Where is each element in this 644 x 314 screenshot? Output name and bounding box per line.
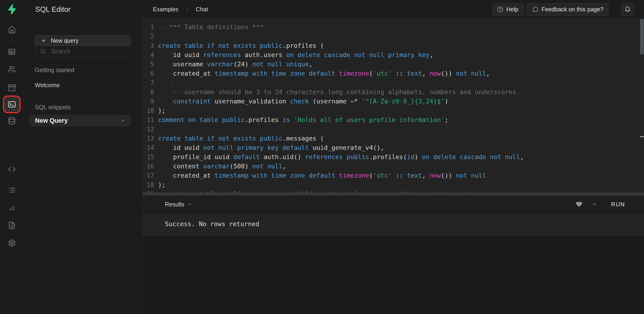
sidebar-item-welcome[interactable]: Welcome <box>35 82 60 89</box>
code-line: 4 id uuid references auth.users on delet… <box>142 50 644 60</box>
sidebar-item-new-query[interactable]: New Query <box>30 115 131 126</box>
code-line: 18); <box>142 180 644 190</box>
results-dropdown[interactable]: Results <box>165 201 192 208</box>
section-sql-snippets: SQL snippets <box>35 104 71 111</box>
help-circle-icon <box>497 6 504 12</box>
main-area: 1-- *** Table definitions ***23create ta… <box>142 19 644 314</box>
nav-home-icon[interactable] <box>8 26 16 34</box>
snippet-name: New Query <box>35 117 68 124</box>
line-number: 12 <box>142 124 154 134</box>
line-number: 15 <box>142 152 154 162</box>
line-number: 2 <box>142 32 154 41</box>
search-box <box>34 46 131 57</box>
chevron-down-icon <box>188 202 192 207</box>
nav-settings-gear-icon[interactable] <box>8 239 16 247</box>
code-line: 6 created_at timestamp with time zone de… <box>142 69 644 78</box>
line-number: 10 <box>142 106 154 115</box>
nav-auth-users-icon[interactable] <box>8 66 16 73</box>
nav-logs-list-icon[interactable] <box>8 186 16 194</box>
search-input[interactable] <box>51 48 129 55</box>
code-line: 15 profile_id uuid default auth.uid() re… <box>142 152 644 162</box>
results-bar: Results RUN <box>142 196 644 213</box>
sidebar-rail <box>0 0 24 314</box>
code-line: 7 <box>142 78 644 88</box>
rail-divider <box>3 180 21 180</box>
code-line: 17 created_at timestamp with time zone d… <box>142 171 644 180</box>
queries-sidebar: New query Getting started Welcome SQL sn… <box>24 19 142 314</box>
line-number: 16 <box>142 162 154 171</box>
code-line: 2 <box>142 32 644 41</box>
line-number: 9 <box>142 97 154 106</box>
line-number: 19 <box>142 190 154 192</box>
top-header: SQL Editor Examples / Chat Help Feedback… <box>24 0 644 19</box>
nav-database-icon[interactable] <box>8 117 16 125</box>
bell-icon <box>624 6 631 12</box>
feedback-label: Feedback on this page? <box>542 6 604 13</box>
code-line: 9 constraint username_validation check (… <box>142 97 644 106</box>
nav-api-code-icon[interactable] <box>8 165 16 173</box>
results-output: Success. No rows returned <box>142 213 644 237</box>
terminal-icon <box>8 100 16 108</box>
line-number: 17 <box>142 171 154 180</box>
nav-storage-icon[interactable] <box>8 84 16 92</box>
code-line: 14 id uuid not null primary key default … <box>142 143 644 152</box>
breadcrumb-chat[interactable]: Chat <box>196 6 208 13</box>
notifications-button[interactable] <box>621 3 634 16</box>
line-number: 8 <box>142 88 154 97</box>
code-line: 3create table if not exists public.profi… <box>142 41 644 50</box>
code-line: 5 username varchar(24) not null unique, <box>142 60 644 69</box>
chevron-down-icon <box>592 202 597 207</box>
code-line: 12 <box>142 124 644 134</box>
favorite-button[interactable] <box>576 201 582 208</box>
new-query-button[interactable]: New query <box>34 35 131 46</box>
breadcrumb-separator: / <box>186 6 188 13</box>
chevron-down-icon <box>120 118 126 123</box>
line-number: 6 <box>142 69 154 78</box>
code-line: 16 content varchar(500) not null, <box>142 162 644 171</box>
nav-sql-editor-active[interactable] <box>4 97 19 112</box>
code-lines: 1-- *** Table definitions ***23create ta… <box>142 19 644 192</box>
run-options-button[interactable] <box>592 202 597 207</box>
results-label: Results <box>165 201 184 208</box>
breadcrumb: Examples / Chat <box>153 6 208 13</box>
heart-icon <box>576 201 582 208</box>
line-number: 5 <box>142 60 154 69</box>
run-button[interactable]: RUN <box>611 201 625 208</box>
code-line: 11comment on table public.profiles is 'H… <box>142 115 644 124</box>
line-number: 1 <box>142 22 154 32</box>
page-title: SQL Editor <box>35 5 70 14</box>
nav-table-editor-icon[interactable] <box>8 48 16 56</box>
section-getting-started: Getting started <box>35 66 74 74</box>
vertical-scrollbar[interactable] <box>640 19 644 54</box>
feedback-button[interactable]: Feedback on this page? <box>527 3 609 16</box>
line-number: 18 <box>142 180 154 190</box>
code-line: 1-- *** Table definitions *** <box>142 22 644 32</box>
line-number: 7 <box>142 78 154 88</box>
line-number: 4 <box>142 50 154 60</box>
scrollbar-marker <box>640 136 644 137</box>
line-number: 14 <box>142 143 154 152</box>
panel-divider <box>142 0 142 314</box>
code-line: 8 -- username should be 3 to 24 characte… <box>142 88 644 97</box>
breadcrumb-examples[interactable]: Examples <box>153 6 178 13</box>
rail-divider <box>3 41 21 42</box>
sql-editor[interactable]: 1-- *** Table definitions ***23create ta… <box>142 19 644 192</box>
code-line: 19comment on table public.messages is 'H… <box>142 190 644 192</box>
line-number: 13 <box>142 134 154 143</box>
code-line: 13create table if not exists public.mess… <box>142 134 644 143</box>
line-number: 11 <box>142 115 154 124</box>
horizontal-scrollbar[interactable] <box>142 192 644 196</box>
new-query-label: New query <box>51 37 79 44</box>
line-number: 3 <box>142 41 154 50</box>
help-button[interactable]: Help <box>492 3 524 16</box>
plus-icon <box>41 38 46 43</box>
nav-reports-chart-icon[interactable] <box>8 204 16 212</box>
code-line: 10); <box>142 106 644 115</box>
success-message: Success. No rows returned <box>165 220 259 228</box>
search-icon <box>40 48 46 54</box>
nav-docs-file-icon[interactable] <box>8 222 16 229</box>
help-label: Help <box>506 6 518 13</box>
speech-bubble-icon <box>532 6 538 12</box>
supabase-logo[interactable] <box>6 4 18 15</box>
